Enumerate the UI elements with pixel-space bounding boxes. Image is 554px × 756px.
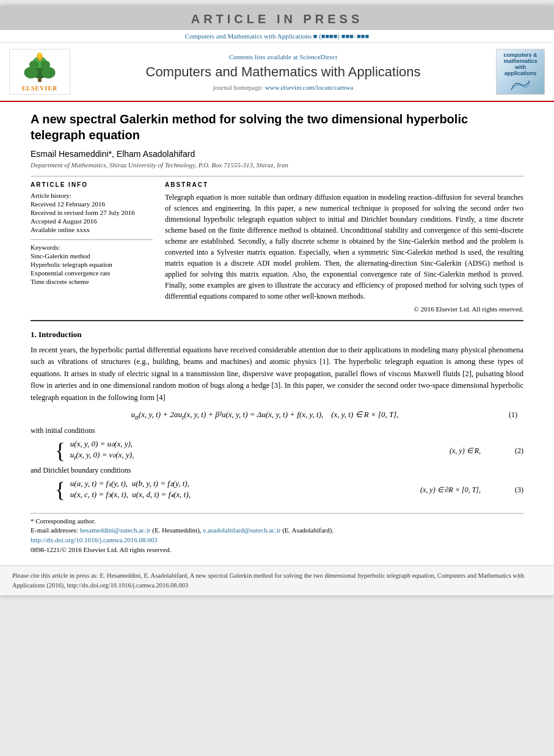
elsevier-tree-svg: [15, 52, 64, 84]
keywords-label: Keywords:: [31, 244, 153, 251]
keyword-4: Time discrete scheme: [31, 278, 153, 285]
authors: Esmail Hesameddini*, Elham Asadolahifard: [31, 149, 523, 159]
available-date: Available online xxxx: [31, 226, 153, 233]
svg-point-6: [41, 60, 50, 68]
svg-point-3: [42, 67, 56, 79]
equation-1-block: utt(x, y, t) + 2αut(x, y, t) + β²u(x, y,…: [31, 410, 523, 421]
article-history: Article history: Received 12 February 20…: [31, 192, 153, 233]
eq2-lines: u(x, y, 0) = u₀(x, y), ut(x, y, 0) = v₀(…: [70, 439, 443, 462]
eq3-lines: u(a, y, t) = f₁(y, t), u(b, y, t) = f₂(y…: [70, 479, 414, 501]
equation-3-block: { u(a, y, t) = f₁(y, t), u(b, y, t) = f₂…: [55, 479, 523, 501]
history-label: Article history:: [31, 192, 153, 199]
doi-line: http://dx.doi.org/10.1016/j.camwa.2016.0…: [31, 536, 523, 543]
aip-banner-text: ARTICLE IN PRESS: [191, 12, 363, 26]
article-title: A new spectral Galerkin method for solvi…: [31, 111, 523, 143]
affiliation: Department of Mathematics, Shiraz Univer…: [31, 161, 523, 169]
keywords-section: Keywords: Sinc-Galerkin method Hyperboli…: [31, 239, 153, 285]
abstract-heading: ABSTRACT: [165, 181, 523, 188]
science-direct-line: Contents lists available at ScienceDirec…: [79, 53, 487, 60]
journal-title: Computers and Mathematics with Applicati…: [79, 64, 487, 80]
brace-3: {: [55, 479, 65, 501]
revised-date: Received in revised form 27 July 2016: [31, 209, 153, 216]
aip-banner: ARTICLE IN PRESS: [0, 6, 554, 30]
corresponding-author: * Corresponding author.: [31, 517, 523, 525]
issn-line: 0898-1221/© 2016 Elsevier Ltd. All right…: [31, 546, 523, 553]
elsevier-logo: ELSEVIER: [9, 49, 70, 95]
keyword-1: Sinc-Galerkin method: [31, 252, 153, 260]
copyright: © 2016 Elsevier Ltd. All rights reserved…: [165, 305, 523, 313]
brace-2: {: [55, 440, 65, 462]
journal-thumbnail: computers & mathematics with application…: [496, 49, 545, 95]
journal-link[interactable]: Computers and Mathematics with Applicati…: [185, 32, 369, 40]
received-date: Received 12 February 2016: [31, 200, 153, 208]
eq3-line1: u(a, y, t) = f₁(y, t), u(b, y, t) = f₂(y…: [70, 479, 414, 489]
initial-cond-label: with initial conditions: [31, 426, 523, 435]
accepted-date: Accepted 4 August 2016: [31, 217, 153, 225]
email-1-link[interactable]: hesameddini@sutech.ac.ir: [80, 526, 151, 534]
journal-header: ELSEVIER Contents lists available at Sci…: [0, 43, 554, 102]
svg-point-2: [24, 67, 38, 79]
eq3-condition: (x, y) ∈ ∂R × [0, T],: [420, 485, 481, 495]
equation-2-number: (2): [499, 446, 523, 456]
keyword-2: Hyperbolic telegraph equation: [31, 261, 153, 268]
section-title: 1. Introduction: [31, 330, 523, 340]
intro-paragraph: In recent years, the hyperbolic partial …: [31, 344, 523, 404]
abstract-text: Telegraph equation is more suitable than…: [165, 192, 523, 302]
svg-point-5: [29, 60, 38, 68]
elsevier-text: ELSEVIER: [22, 85, 58, 92]
equation-1: utt(x, y, t) + 2αut(x, y, t) + β²u(x, y,…: [37, 410, 493, 421]
dirichlet-label: and Dirichlet boundary conditions: [31, 466, 523, 475]
svg-point-8: [38, 53, 42, 58]
keyword-3: Exponential convergence rate: [31, 269, 153, 277]
introduction-section: 1. Introduction In recent years, the hyp…: [31, 330, 523, 501]
journal-thumb-graphic: [502, 79, 539, 92]
equation-3-number: (3): [499, 485, 523, 495]
main-content: A new spectral Galerkin method for solvi…: [0, 102, 554, 559]
journal-link-bar: Computers and Mathematics with Applicati…: [0, 30, 554, 43]
email-2-link[interactable]: e.asadolahifard@sutech.ac.ir: [203, 526, 280, 534]
article-info-column: ARTICLE INFO Article history: Received 1…: [31, 181, 153, 313]
footnote-section: * Corresponding author. E-mail addresses…: [31, 513, 523, 553]
eq2-condition: (x, y) ∈ R,: [450, 446, 481, 456]
eq2-line1: u(x, y, 0) = u₀(x, y),: [70, 439, 443, 449]
citation-bar: Please cite this article in press as: E.…: [0, 565, 554, 595]
equation-2-block: { u(x, y, 0) = u₀(x, y), ut(x, y, 0) = v…: [55, 439, 523, 462]
homepage-link[interactable]: www.elsevier.com/locate/camwa: [265, 84, 354, 91]
article-info-heading: ARTICLE INFO: [31, 181, 153, 188]
eq2-line2: ut(x, y, 0) = v₀(x, y),: [70, 450, 443, 461]
journal-homepage: journal homepage: www.elsevier.com/locat…: [79, 84, 487, 91]
equation-1-number: (1): [493, 410, 517, 420]
eq3-line2: u(x, c, t) = f₃(x, t), u(x, d, t) = f₄(x…: [70, 490, 414, 500]
page: ARTICLE IN PRESS Computers and Mathemati…: [0, 6, 554, 595]
abstract-column: ABSTRACT Telegraph equation is more suit…: [165, 181, 523, 313]
doi-link[interactable]: http://dx.doi.org/10.1016/j.camwa.2016.0…: [31, 536, 158, 543]
journal-center: Contents lists available at ScienceDirec…: [70, 53, 496, 91]
article-info-abstract: ARTICLE INFO Article history: Received 1…: [31, 176, 523, 313]
section-divider: [31, 320, 523, 321]
email-addresses: E-mail addresses: hesameddini@sutech.ac.…: [31, 526, 523, 534]
